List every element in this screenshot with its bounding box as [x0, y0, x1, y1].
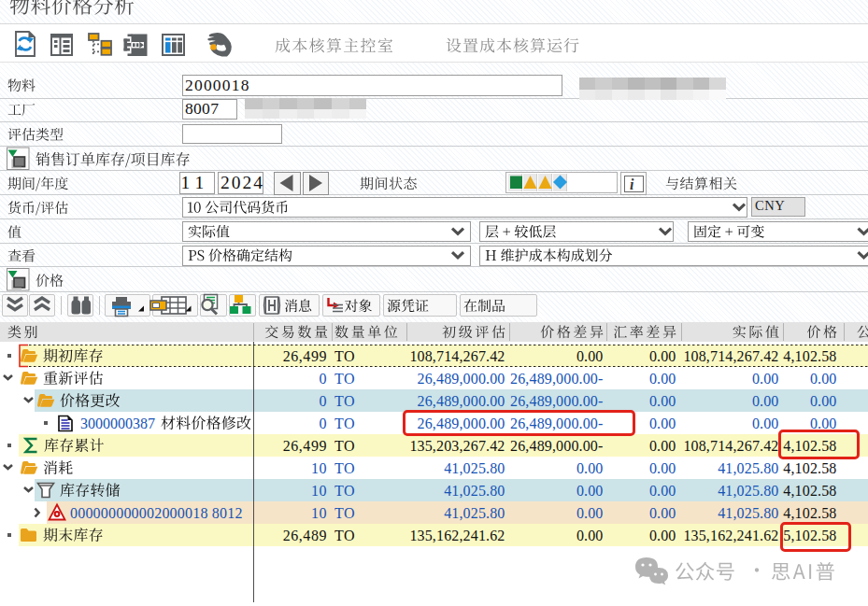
svg-text:i: i: [630, 176, 634, 192]
